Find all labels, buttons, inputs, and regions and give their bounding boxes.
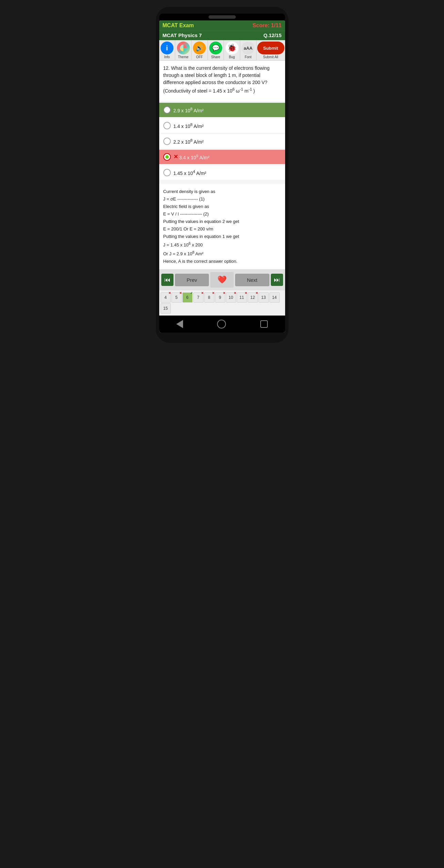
recents-button[interactable] [260, 320, 268, 328]
volume-icon: 🔊 [193, 42, 206, 54]
explanation-line4: E = V / l --------------- (2) [163, 210, 281, 218]
explanation-line6: E = 200/1 Or E = 200 v/m [163, 225, 281, 233]
info-label: Info [164, 55, 170, 59]
explanation-line8: J = 1.45 x 106 x 200 [163, 240, 281, 249]
x-icon: ✕ [174, 154, 178, 160]
qnav-12-label: 12 [250, 295, 255, 300]
qnav-5-label: 5 [175, 295, 178, 300]
option-e[interactable]: 1.45 x 104 A/m² [159, 165, 285, 180]
qnav-11-label: 11 [240, 295, 244, 300]
explanation-area: Current density is given as J = σE -----… [159, 184, 285, 270]
bug-button[interactable]: 🐞 Bug [224, 40, 240, 60]
qnav-14[interactable]: 14 [269, 292, 280, 303]
qnav-11[interactable]: ✕ 11 [237, 292, 247, 303]
font-label: Font [245, 55, 251, 59]
badge-7: ✕ [201, 291, 204, 295]
option-b-text: 1.4 x 108 A/m² [174, 122, 204, 129]
qnav-6-label: 6 [186, 295, 188, 300]
question-text: 12. What is the current density of elect… [163, 65, 281, 95]
submit-all-button[interactable]: Submit Submit All [257, 40, 285, 60]
question-nav: ✕ 4 ✕ 5 ✓ 6 ✕ 7 ✕ 8 ✕ 9 [159, 290, 285, 316]
option-c[interactable]: 2.2 x 108 A/m² [159, 134, 285, 148]
submit-icon: Submit [257, 42, 284, 54]
qnav-15[interactable]: 15 [161, 303, 171, 314]
qnav-4-label: 4 [164, 295, 167, 300]
explanation-line1: Current density is given as [163, 188, 281, 195]
qnav-9-label: 9 [219, 295, 221, 300]
back-icon [176, 320, 183, 328]
next-last-button[interactable]: ⏭ [271, 274, 283, 286]
notch [209, 15, 236, 19]
bottom-nav [159, 316, 285, 333]
info-icon: i [161, 42, 174, 54]
badge-5: ✕ [179, 291, 182, 295]
option-e-text: 1.45 x 104 A/m² [174, 169, 207, 176]
options-area: ✓ 2.9 x 108 A/m² 1.4 x 108 A/m² 2.2 x 10… [159, 103, 285, 184]
qnav-7[interactable]: ✕ 7 [193, 292, 203, 303]
qnav-14-label: 14 [272, 295, 277, 300]
heart-icon: ❤️ [217, 275, 227, 284]
qnav-15-label: 15 [163, 306, 168, 311]
question-area: 12. What is the current density of elect… [159, 61, 285, 101]
option-a-text: 2.9 x 108 A/m² [174, 107, 204, 113]
badge-9: ✕ [223, 291, 226, 295]
font-button[interactable]: aAA Font [240, 40, 257, 60]
home-icon [217, 320, 226, 328]
radio-c [163, 138, 171, 145]
radio-inner-d [165, 155, 169, 159]
qnav-8[interactable]: ✕ 8 [204, 292, 214, 303]
share-button[interactable]: 💬 Share [208, 40, 224, 60]
navigation-bar: ⏮ Prev ❤️ Next ⏭ [159, 269, 285, 290]
badge-6: ✓ [190, 291, 193, 295]
qnav-6[interactable]: ✓ 6 [182, 292, 193, 303]
question-number-inline: 12. What is the current density of elect… [163, 65, 270, 94]
theme-icon [177, 42, 190, 54]
status-bar [159, 14, 285, 20]
header-top: MCAT Exam Score: 1/11 [159, 20, 285, 31]
share-icon: 💬 [209, 42, 222, 54]
home-button[interactable] [217, 320, 226, 328]
option-b[interactable]: 1.4 x 108 A/m² [159, 118, 285, 133]
explanation-line9: Or J = 2.9 x 108 Am² [163, 249, 281, 258]
qnav-5[interactable]: ✕ 5 [171, 292, 182, 303]
prev-button[interactable]: Prev [175, 274, 209, 286]
volume-button[interactable]: 🔊 OFF [192, 40, 208, 60]
qnav-13[interactable]: 13 [259, 292, 269, 303]
explanation-line2: J = σE -------------- (1) [163, 195, 281, 203]
device-frame: MCAT Exam Score: 1/11 MCAT Physics 7 Q.1… [156, 7, 289, 343]
toolbar: i Info Theme 🔊 OFF [159, 40, 285, 61]
option-a[interactable]: ✓ 2.9 x 108 A/m² [159, 103, 285, 117]
back-button[interactable] [176, 320, 183, 328]
explanation-line7: Putting the values in equation 1 we get [163, 233, 281, 240]
qnav-12[interactable]: ✕ 12 [248, 292, 258, 303]
score-label: Score: 1/11 [252, 22, 281, 29]
font-icon: aAA [242, 42, 254, 54]
radio-d [163, 153, 171, 161]
prev-first-button[interactable]: ⏮ [161, 274, 174, 286]
theme-button[interactable]: Theme [175, 40, 192, 60]
badge-4: ✕ [168, 291, 171, 295]
explanation-line3: Electric field is given as [163, 203, 281, 210]
heart-button[interactable]: ❤️ [210, 272, 233, 288]
screen: MCAT Exam Score: 1/11 MCAT Physics 7 Q.1… [159, 20, 285, 333]
info-button[interactable]: i Info [159, 40, 176, 60]
option-c-text: 2.2 x 108 A/m² [174, 138, 204, 145]
radio-b [163, 122, 171, 129]
qnav-9[interactable]: ✕ 9 [215, 292, 225, 303]
qnav-4[interactable]: ✕ 4 [161, 292, 171, 303]
badge-11: ✕ [245, 291, 247, 295]
theme-label: Theme [178, 55, 188, 59]
radio-a: ✓ [163, 106, 171, 114]
question-number: Q.12/15 [263, 32, 281, 38]
subtitle: MCAT Physics 7 [163, 32, 202, 38]
app-title: MCAT Exam [163, 22, 194, 29]
badge-8: ✕ [212, 291, 215, 295]
qnav-10[interactable]: ✕ 10 [226, 292, 236, 303]
badge-12: ✕ [256, 291, 258, 295]
header-sub: MCAT Physics 7 Q.12/15 [159, 31, 285, 40]
next-button[interactable]: Next [235, 274, 269, 286]
qnav-8-label: 8 [208, 295, 210, 300]
radio-e [163, 169, 171, 176]
bug-label: Bug [229, 55, 235, 59]
option-d[interactable]: ✕ 3.4 x 109 A/m² [159, 150, 285, 164]
